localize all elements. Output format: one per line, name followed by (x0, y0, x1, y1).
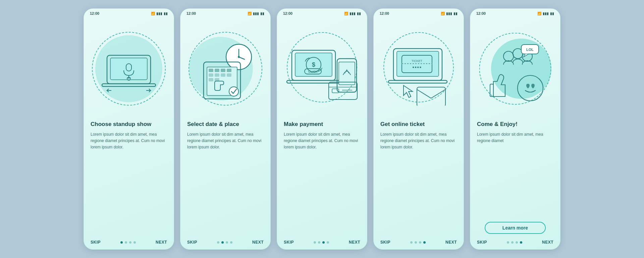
screens-container: 12:00 📶 ▮▮▮ ▮▮ (84, 8, 560, 250)
illustration-1 (84, 17, 174, 121)
svg-rect-53 (490, 84, 493, 96)
svg-rect-18 (215, 73, 219, 77)
enjoy-svg: LOL (475, 33, 555, 105)
laptop-microphone-svg (92, 32, 166, 106)
signal-icon-2: ▮▮▮ (253, 12, 259, 15)
status-icons-3: 📶 ▮▮▮ ▮▮ (344, 12, 361, 15)
content-3: Make payment Lorem ipsum dolor sit dim a… (277, 121, 367, 237)
battery-icon-4: ▮▮ (453, 12, 458, 15)
next-btn-2[interactable]: NEXT (252, 240, 264, 245)
learn-more-button[interactable]: Learn more (485, 222, 546, 234)
next-btn-1[interactable]: NEXT (156, 240, 167, 245)
svg-point-23 (229, 87, 238, 96)
wifi-icon-4: 📶 (441, 12, 445, 15)
svg-text:TICKET: TICKET (412, 59, 423, 63)
status-bar-3: 12:00 📶 ▮▮▮ ▮▮ (277, 9, 367, 17)
screen-body-4: Lorem ipsum dolor sit dim amet, mea regi… (380, 131, 457, 237)
ticket-svg: TICKET ■ ■ ■ ■ (380, 32, 457, 106)
bottom-nav-1: SKIP NEXT (84, 237, 174, 249)
time-5: 12:00 (476, 11, 486, 15)
status-bar-4: 12:00 📶 ▮▮▮ ▮▮ (374, 9, 464, 17)
screen-body-1: Lorem ipsum dolor sit dim amet, mea regi… (91, 131, 167, 237)
svg-text:LOL: LOL (526, 48, 534, 52)
svg-rect-21 (209, 78, 213, 81)
svg-text:■ ■ ■ ■: ■ ■ ■ ■ (413, 66, 421, 69)
svg-rect-14 (215, 69, 219, 72)
battery-icon-2: ▮▮ (260, 12, 264, 15)
next-btn-3[interactable]: NEXT (349, 240, 360, 245)
screen-body-2: Lorem ipsum dolor sit dim amet, mea regi… (187, 131, 264, 237)
dot-5-1 (511, 241, 514, 244)
svg-rect-40 (388, 80, 447, 83)
dot-4-1 (415, 241, 417, 244)
svg-point-48 (503, 51, 514, 61)
time-4: 12:00 (380, 11, 389, 15)
signal-icon-5: ▮▮▮ (543, 12, 549, 15)
dot-2-0 (217, 241, 219, 244)
status-icons-5: 📶 ▮▮▮ ▮▮ (537, 12, 554, 15)
svg-rect-2 (102, 84, 156, 86)
time-2: 12:00 (186, 11, 196, 15)
dots-5 (507, 241, 522, 244)
screen-title-4: Get online ticket (380, 121, 457, 128)
phone-screen-2: 12:00 📶 ▮▮▮ ▮▮ (180, 8, 271, 250)
dot-5-0 (507, 241, 509, 244)
dot-2-2 (226, 241, 228, 244)
skip-btn-4[interactable]: SKIP (380, 240, 390, 245)
dot-1-2 (129, 241, 131, 244)
battery-icon: ▮▮ (164, 12, 168, 15)
next-btn-5[interactable]: NEXT (542, 240, 553, 245)
dot-4-3 (423, 241, 426, 244)
next-btn-4[interactable]: NEXT (445, 240, 457, 245)
calendar-clock-svg (187, 32, 264, 106)
illustration-4: TICKET ■ ■ ■ ■ (374, 17, 464, 121)
dot-2-1 (221, 241, 224, 244)
signal-icon-4: ▮▮▮ (446, 12, 452, 15)
skip-btn-1[interactable]: SKIP (91, 240, 101, 245)
svg-rect-20 (227, 73, 231, 77)
signal-icon: ▮▮▮ (156, 12, 162, 15)
dots-3 (314, 241, 329, 244)
screen-title-2: Select date & place (187, 121, 264, 128)
phone-screen-3: 12:00 📶 ▮▮▮ ▮▮ $ (277, 8, 367, 250)
svg-rect-15 (221, 69, 225, 72)
screen-body-3: Lorem ipsum dolor sit dim amet, mea regi… (284, 131, 360, 237)
svg-rect-47 (417, 87, 445, 106)
bottom-nav-5: SKIP NEXT (470, 237, 560, 249)
status-icons-4: 📶 ▮▮▮ ▮▮ (441, 12, 458, 15)
time-3: 12:00 (283, 11, 292, 15)
svg-rect-16 (227, 69, 231, 72)
screen-title-1: Choose standup show (91, 121, 167, 128)
content-5: Come & Enjoy! Lorem ipsum dolor sit dim … (470, 121, 560, 237)
dots-1 (120, 241, 136, 244)
dots-2 (217, 241, 232, 244)
wifi-icon-2: 📶 (248, 12, 252, 15)
illustration-2 (180, 17, 270, 121)
skip-btn-5[interactable]: SKIP (477, 240, 487, 245)
wifi-icon-5: 📶 (537, 12, 541, 15)
svg-rect-17 (209, 73, 213, 77)
svg-text:CLICK: CLICK (308, 70, 318, 73)
dot-4-2 (419, 241, 421, 244)
bottom-nav-4: SKIP NEXT (374, 237, 464, 249)
payment-svg: $ CLICK (282, 32, 362, 106)
dot-3-1 (318, 241, 320, 244)
dot-1-0 (120, 241, 123, 244)
status-bar-2: 12:00 📶 ▮▮▮ ▮▮ (180, 9, 270, 17)
screen-body-5: Lorem ipsum dolor sit dim amet, mea regi… (477, 131, 553, 218)
illustration-5: LOL (470, 17, 560, 121)
skip-btn-3[interactable]: SKIP (284, 240, 294, 245)
dot-2-3 (230, 241, 232, 244)
status-bar-5: 12:00 📶 ▮▮▮ ▮▮ (470, 9, 560, 17)
phone-screen-4: 12:00 📶 ▮▮▮ ▮▮ TICKET ■ ■ ■ ■ (373, 8, 464, 250)
dot-1-1 (125, 241, 127, 244)
skip-btn-2[interactable]: SKIP (187, 240, 197, 245)
status-icons-1: 📶 ▮▮▮ ▮▮ (151, 12, 168, 15)
svg-text:$: $ (312, 61, 315, 68)
svg-rect-19 (221, 73, 225, 77)
status-bar-1: 12:00 📶 ▮▮▮ ▮▮ (84, 9, 174, 17)
screen-title-5: Come & Enjoy! (477, 121, 553, 128)
svg-rect-30 (339, 62, 355, 85)
dots-4 (410, 241, 426, 244)
bottom-nav-2: SKIP NEXT (180, 237, 270, 249)
